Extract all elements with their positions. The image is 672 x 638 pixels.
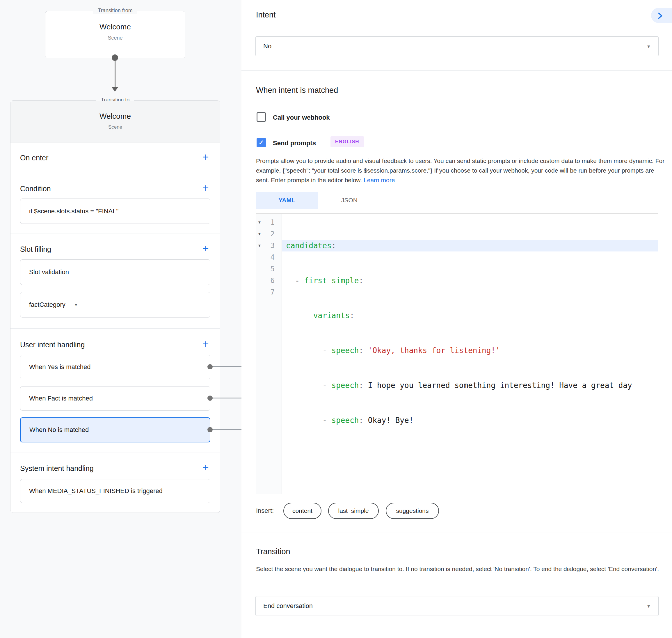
call-webhook-checkbox[interactable] (257, 112, 266, 122)
intent-connector-dot (207, 427, 213, 432)
intent-item-yes[interactable]: When Yes is matched (20, 355, 210, 379)
collapse-panel-button[interactable] (651, 8, 672, 23)
code-line: - speech: 'Okay, thanks for listening!' (282, 345, 658, 356)
tab-json[interactable]: JSON (318, 192, 381, 209)
language-badge: ENGLISH (330, 136, 364, 147)
scene-subtitle: Scene (11, 124, 220, 130)
condition-label: Condition (20, 185, 51, 193)
add-user-intent-button[interactable]: + (199, 338, 212, 351)
slot-filling-label: Slot filling (20, 245, 51, 253)
intent-item-fact[interactable]: When Fact is matched (20, 386, 210, 411)
section-divider (11, 328, 220, 329)
fold-caret-icon[interactable]: ▼ (258, 228, 261, 240)
intent-item-label: When No is matched (29, 426, 89, 434)
transition-select-value: End conversation (263, 602, 313, 610)
intent-connector-dot (207, 364, 213, 369)
intent-connector-dot (207, 396, 213, 401)
transition-description: Select the scene you want the dialogue t… (256, 564, 669, 574)
diagram-panel: Transition from Welcome Scene Transition… (0, 0, 241, 638)
section-divider (11, 453, 220, 453)
transition-from-legend: Transition from (93, 7, 137, 14)
intent-item-label: When Yes is matched (29, 363, 91, 371)
section-divider (241, 533, 672, 533)
condition-item[interactable]: if $scene.slots.status = "FINAL" (20, 199, 210, 224)
prompt-code-editor[interactable]: ▼1 ▼2 ▼3 4 5 6 7 candidates: - first_sim… (256, 213, 658, 494)
code-line: variants: (282, 310, 658, 321)
fact-category-label: factCategory (29, 301, 66, 308)
insert-label: Insert: (256, 507, 274, 515)
editor-code-area[interactable]: candidates: - first_simple: variants: - … (282, 214, 658, 494)
fold-caret-icon[interactable]: ▼ (258, 217, 261, 228)
from-scene-subtitle: Scene (46, 35, 185, 41)
send-prompts-label: Send prompts (273, 139, 316, 147)
intent-connector-line (210, 366, 241, 367)
system-intent-label: When MEDIA_STATUS_FINISHED is triggered (29, 487, 162, 495)
fold-caret-icon[interactable]: ▼ (258, 240, 261, 251)
dropdown-caret-icon: ▼ (647, 604, 651, 609)
code-line (282, 449, 658, 461)
insert-chip-suggestions[interactable]: suggestions (386, 503, 439, 519)
system-intent-item[interactable]: When MEDIA_STATUS_FINISHED is triggered (20, 479, 210, 503)
add-slot-button[interactable]: + (199, 242, 212, 255)
intent-select[interactable]: No ▼ (255, 36, 659, 56)
editor-gutter: ▼1 ▼2 ▼3 4 5 6 7 (256, 214, 282, 494)
intent-panel-title: Intent (256, 11, 276, 19)
learn-more-link[interactable]: Learn more (364, 177, 395, 183)
intent-connector-line (210, 398, 241, 399)
prompts-description-text: Prompts allow you to provide audio and v… (256, 157, 665, 183)
scene-editor-page: Transition from Welcome Scene Transition… (0, 0, 672, 638)
intent-item-label: When Fact is matched (29, 395, 93, 402)
section-divider (11, 172, 220, 172)
scene-title: Welcome (11, 101, 220, 121)
transition-to-scene-card: Transition to Welcome Scene On enter + C… (10, 100, 220, 513)
scene-card-header[interactable]: Welcome Scene (11, 101, 220, 143)
chevron-down-icon: ▼ (74, 303, 78, 307)
transition-select[interactable]: End conversation ▼ (255, 596, 659, 616)
transition-heading: Transition (256, 547, 290, 556)
on-enter-label: On enter (20, 154, 48, 162)
when-intent-matched-heading: When intent is matched (256, 86, 338, 95)
fact-category-slot-item[interactable]: factCategory ▼ (20, 292, 210, 318)
send-prompts-checkbox[interactable]: ✓ (257, 138, 266, 147)
intent-select-value: No (263, 43, 272, 50)
condition-expression: if $scene.slots.status = "FINAL" (29, 207, 118, 215)
line-number: 7 (271, 288, 275, 296)
line-number: 3 (271, 241, 275, 250)
system-intent-handling-label: System intent handling (20, 464, 94, 473)
insert-chip-last-simple[interactable]: last_simple (328, 503, 379, 519)
tab-yaml[interactable]: YAML (256, 192, 318, 209)
line-number: 4 (271, 253, 275, 262)
user-intent-handling-label: User intent handling (20, 340, 85, 349)
add-condition-button[interactable]: + (199, 182, 212, 195)
dropdown-caret-icon: ▼ (647, 44, 651, 49)
arrow-down-icon (111, 87, 118, 92)
add-on-enter-button[interactable]: + (199, 151, 212, 164)
line-number: 6 (271, 276, 275, 285)
connector-line (115, 60, 116, 87)
add-system-intent-button[interactable]: + (199, 461, 212, 475)
from-scene-title: Welcome (46, 22, 185, 31)
chevron-right-icon (656, 12, 664, 19)
prompts-description: Prompts allow you to provide audio and v… (256, 156, 667, 185)
code-line: - speech: I hope you learned something i… (282, 380, 658, 391)
intent-item-no-selected[interactable]: When No is matched (20, 417, 210, 442)
slot-validation-label: Slot validation (29, 268, 69, 276)
line-number: 1 (271, 218, 275, 226)
slot-validation-item[interactable]: Slot validation (20, 259, 210, 285)
code-line: - speech: Okay! Bye! (282, 415, 658, 426)
line-number: 5 (271, 265, 275, 273)
section-divider (241, 70, 672, 71)
transition-from-node[interactable]: Transition from Welcome Scene (45, 11, 185, 58)
insert-chip-content[interactable]: content (283, 503, 322, 519)
call-webhook-label: Call your webhook (273, 114, 330, 121)
code-line: - first_simple: (282, 275, 658, 286)
line-number: 2 (271, 230, 275, 238)
check-icon: ✓ (259, 139, 264, 146)
intent-connector-line (210, 429, 241, 430)
code-line: candidates: (282, 240, 658, 251)
